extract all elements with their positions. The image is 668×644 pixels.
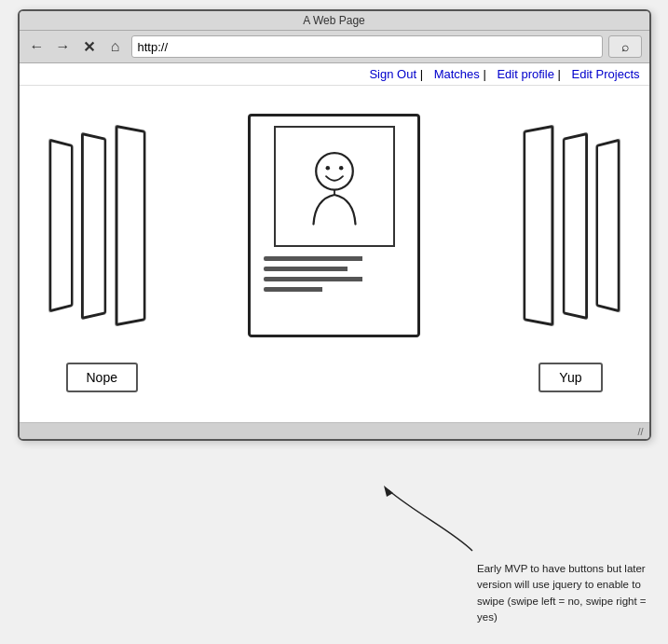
text-line-4 bbox=[264, 287, 348, 292]
browser-titlebar: A Web Page bbox=[20, 11, 649, 31]
forward-button[interactable]: → bbox=[53, 36, 74, 57]
svg-point-0 bbox=[316, 153, 353, 190]
left-panel-2 bbox=[80, 131, 105, 319]
text-line-2 bbox=[264, 267, 383, 271]
search-icon: ⌕ bbox=[621, 39, 629, 54]
profile-card bbox=[248, 114, 420, 337]
svg-point-1 bbox=[325, 166, 330, 171]
profile-photo-box bbox=[274, 126, 395, 247]
profile-illustration bbox=[293, 144, 376, 228]
stop-button[interactable]: ✕ bbox=[79, 36, 100, 57]
home-button[interactable]: ⌂ bbox=[105, 36, 126, 57]
left-panel-3 bbox=[115, 125, 145, 326]
svg-point-2 bbox=[338, 166, 343, 171]
browser-content: Nope Yup bbox=[20, 86, 649, 422]
right-panel-3 bbox=[523, 125, 553, 326]
edit-projects-link[interactable]: Edit Projects bbox=[572, 67, 640, 81]
nav-links: Sign Out | Matches | Edit profile | Edit… bbox=[20, 63, 649, 86]
left-panel-1 bbox=[48, 138, 73, 312]
browser-toolbar: ← → ✕ ⌂ ⌕ bbox=[20, 31, 649, 63]
annotation-arrow bbox=[379, 476, 491, 569]
annotation-text: Early MVP to have buttons but later vers… bbox=[477, 561, 649, 625]
matches-link[interactable]: Matches bbox=[434, 67, 480, 81]
profile-text-lines bbox=[260, 256, 408, 292]
search-button[interactable]: ⌕ bbox=[608, 35, 642, 58]
statusbar-icon: // bbox=[637, 426, 643, 437]
yup-button[interactable]: Yup bbox=[538, 363, 602, 392]
action-buttons: Nope Yup bbox=[38, 351, 631, 404]
card-area bbox=[38, 100, 631, 351]
text-line-3 bbox=[264, 277, 404, 281]
browser-statusbar: // bbox=[20, 422, 649, 439]
back-button[interactable]: ← bbox=[27, 36, 48, 57]
browser-title: A Web Page bbox=[303, 14, 365, 27]
right-panel-2 bbox=[562, 131, 587, 319]
right-panel-1 bbox=[595, 138, 620, 312]
nope-button[interactable]: Nope bbox=[66, 363, 138, 392]
svg-marker-4 bbox=[384, 486, 393, 497]
edit-profile-link[interactable]: Edit profile bbox=[497, 67, 553, 81]
browser-window: A Web Page ← → ✕ ⌂ ⌕ Sign Out | Matches … bbox=[18, 9, 651, 441]
annotation-container: Early MVP to have buttons but later vers… bbox=[477, 561, 649, 625]
address-bar[interactable] bbox=[131, 35, 603, 58]
text-line-1 bbox=[264, 256, 404, 261]
sign-out-link[interactable]: Sign Out bbox=[369, 67, 416, 81]
